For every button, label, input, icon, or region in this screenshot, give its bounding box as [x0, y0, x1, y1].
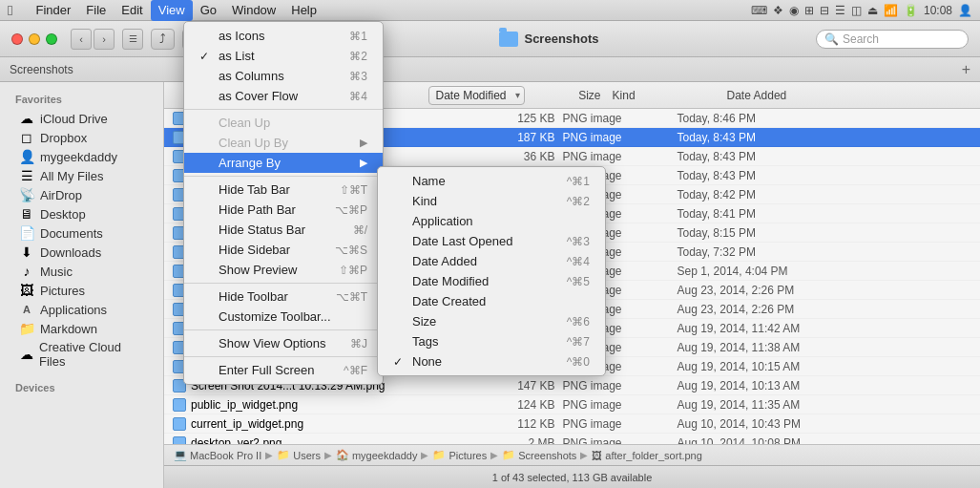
tab-screenshots[interactable]: Screenshots [10, 63, 73, 76]
table-row[interactable]: current_ip_widget.png 112 KB PNG image A… [164, 414, 980, 434]
path-item-pictures[interactable]: 📁 Pictures [432, 449, 487, 461]
file-name: current_ip_widget.png [191, 417, 487, 431]
sidebar-item-music[interactable]: ♪ Music [4, 262, 159, 281]
sidebar-item-mygeekdaddy[interactable]: 👤 mygeekdaddy [4, 147, 159, 166]
sidebar-item-icloud-drive[interactable]: ☁ iCloud Drive [4, 109, 159, 128]
submenu-item-application[interactable]: Application [378, 211, 605, 231]
users-icon: 📁 [277, 449, 290, 461]
sidebar-label-dropbox: Dropbox [40, 131, 87, 145]
submenu-item-date-modified[interactable]: Date Modified ^⌘5 [378, 271, 605, 291]
menubar-view[interactable]: View [151, 0, 193, 21]
file-kind: PNG image [563, 112, 678, 125]
submenu-item-kind[interactable]: Kind ^⌘2 [378, 191, 605, 211]
file-date: Today, 7:32 PM [678, 245, 973, 259]
menu-item-show-preview[interactable]: Show Preview ⇧⌘P [184, 260, 383, 280]
path-item-screenshots[interactable]: 📁 Screenshots [502, 449, 576, 461]
status-bar: 1 of 43 selected, 113 GB available [164, 465, 980, 488]
file-date: Today, 8:41 PM [678, 207, 973, 221]
submenu-item-date-last-opened[interactable]: Date Last Opened ^⌘3 [378, 231, 605, 251]
file-date: Aug 23, 2014, 2:26 PM [678, 303, 973, 316]
menu-item-hide-tab-bar[interactable]: Hide Tab Bar ⇧⌘T [184, 180, 383, 200]
path-bar: 💻 MacBook Pro II ▶ 📁 Users ▶ 🏠 mygeekdad… [164, 444, 980, 465]
submenu-item-none[interactable]: ✓ None ^⌘0 [378, 351, 605, 371]
col-size[interactable]: Size [531, 89, 607, 102]
submenu-item-size[interactable]: Size ^⌘6 [378, 311, 605, 331]
sidebar-item-dropbox[interactable]: ◻ Dropbox [4, 128, 159, 147]
col-date-modified[interactable]: Date Modified [423, 86, 530, 105]
search-box[interactable]: 🔍 Search [816, 30, 969, 49]
menu-item-hide-toolbar[interactable]: Hide Toolbar ⌥⌘T [184, 286, 383, 307]
apple-menu[interactable]:  [8, 2, 12, 18]
file-icon [172, 435, 187, 445]
file-icon-path: 🖼 [592, 450, 602, 461]
tab-add-button[interactable]: + [962, 62, 970, 77]
menu-item-show-view-options[interactable]: Show View Options ⌘J [184, 333, 383, 353]
path-item-users[interactable]: 📁 Users [277, 449, 321, 461]
sidebar-item-airdrop[interactable]: 📡 AirDrop [4, 185, 159, 204]
sidebar-item-pictures[interactable]: 🖼 Pictures [4, 281, 159, 300]
file-date: Today, 8:46 PM [678, 112, 973, 125]
menu-item-arrange-by[interactable]: Arrange By ▶ [184, 153, 383, 173]
file-date: Aug 19, 2014, 11:35 AM [678, 398, 973, 412]
submenu-item-date-added[interactable]: Date Added ^⌘4 [378, 251, 605, 271]
menubar-go[interactable]: Go [193, 0, 224, 21]
col-date-added[interactable]: Date Added [721, 89, 972, 102]
file-size: 124 KB [487, 398, 563, 412]
file-date: Today, 8:42 PM [678, 188, 973, 202]
path-item-user[interactable]: 🏠 mygeekdaddy [336, 449, 418, 461]
path-item-macbook[interactable]: 💻 MacBook Pro II [174, 449, 261, 461]
sidebar-label-mygeekdaddy: mygeekdaddy [40, 150, 117, 164]
menubar-finder[interactable]: Finder [28, 0, 78, 21]
path-item-file[interactable]: 🖼 after_folder_sort.png [592, 450, 702, 461]
menubar:  Finder File Edit View Go Window Help ⌨… [0, 0, 980, 21]
table-row[interactable]: desktop_ver2.png 2 MB PNG image Aug 10, … [164, 434, 980, 444]
col-kind[interactable]: Kind [607, 89, 721, 102]
menu-item-as-list[interactable]: ✓ as List ⌘2 [184, 46, 383, 66]
sidebar-item-all-my-files[interactable]: ☰ All My Files [4, 166, 159, 185]
sidebar-item-creative-cloud[interactable]: ☁ Creative Cloud Files [4, 338, 159, 371]
file-size: 36 KB [487, 150, 563, 163]
menu-item-hide-sidebar[interactable]: Hide Sidebar ⌥⌘S [184, 240, 383, 260]
fullscreen-button[interactable] [46, 33, 57, 45]
file-kind: PNG image [563, 398, 678, 412]
sidebar-label-music: Music [40, 265, 73, 279]
menubar-file[interactable]: File [78, 0, 114, 21]
menu-item-as-columns[interactable]: as Columns ⌘3 [184, 66, 383, 86]
file-kind: PNG image [563, 379, 678, 393]
sidebar-item-applications[interactable]: A Applications [4, 300, 159, 319]
menubar-window[interactable]: Window [224, 0, 283, 21]
sidebar-item-downloads[interactable]: ⬇ Downloads [4, 243, 159, 262]
pictures-folder-icon: 📁 [432, 449, 446, 461]
file-icon [172, 416, 187, 432]
sidebar-item-desktop[interactable]: 🖥 Desktop [4, 204, 159, 223]
menu-item-as-icons[interactable]: as Icons ⌘1 [184, 26, 383, 46]
menu-item-hide-status-bar[interactable]: Hide Status Bar ⌘/ [184, 220, 383, 240]
traffic-lights [11, 33, 57, 45]
back-button[interactable]: ‹ [71, 29, 92, 50]
file-date: Today, 8:43 PM [678, 150, 973, 163]
menubar-help[interactable]: Help [283, 0, 324, 21]
file-date: Sep 1, 2014, 4:04 PM [678, 265, 973, 278]
sidebar-item-markdown[interactable]: 📁 Markdown [4, 319, 159, 338]
submenu-item-date-created[interactable]: Date Created [378, 291, 605, 311]
menu-item-customize-toolbar[interactable]: Customize Toolbar... [184, 307, 383, 327]
menu-item-enter-full-screen[interactable]: Enter Full Screen ^⌘F [184, 360, 383, 380]
sidebar-item-documents[interactable]: 📄 Documents [4, 223, 159, 243]
view-mode-button[interactable]: ☰ [122, 29, 143, 50]
close-button[interactable] [11, 33, 23, 45]
submenu-item-tags[interactable]: Tags ^⌘7 [378, 331, 605, 351]
menu-item-as-cover-flow[interactable]: as Cover Flow ⌘4 [184, 86, 383, 106]
sidebar-label-creative-cloud: Creative Cloud Files [39, 340, 144, 369]
menubar-edit[interactable]: Edit [114, 0, 150, 21]
minimize-button[interactable] [29, 33, 40, 45]
date-modified-dropdown[interactable]: Date Modified [428, 86, 524, 105]
share-button[interactable]: ⤴ [151, 29, 175, 50]
menu-item-clean-up-by: Clean Up By ▶ [184, 133, 383, 153]
window-title-label: Screenshots [524, 32, 598, 46]
table-row[interactable]: public_ip_widget.png 124 KB PNG image Au… [164, 395, 980, 414]
forward-button[interactable]: › [94, 29, 115, 50]
applications-icon: A [19, 302, 34, 317]
menu-item-hide-path-bar[interactable]: Hide Path Bar ⌥⌘P [184, 200, 383, 220]
nav-buttons: ‹ › [71, 29, 115, 50]
submenu-item-name[interactable]: Name ^⌘1 [378, 171, 605, 191]
